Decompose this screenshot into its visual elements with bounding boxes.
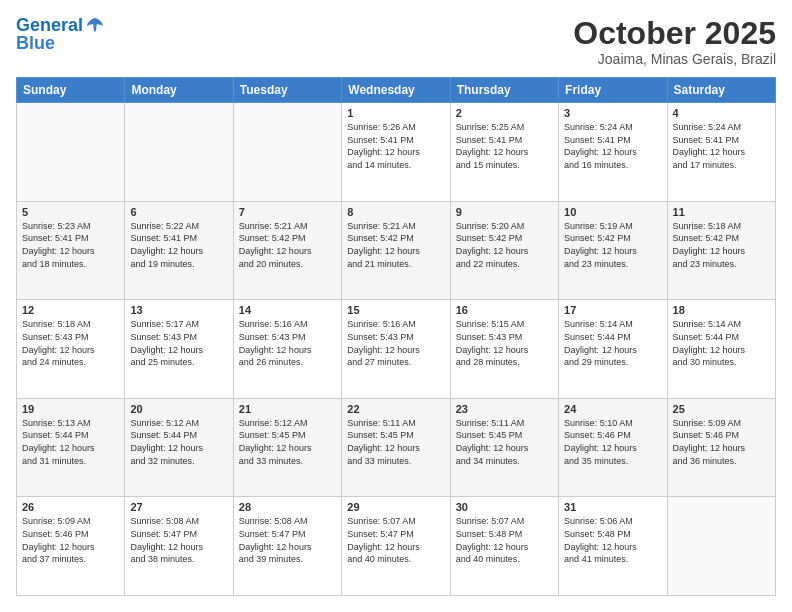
day-number: 8: [347, 206, 444, 218]
calendar-cell: 10Sunrise: 5:19 AM Sunset: 5:42 PM Dayli…: [559, 201, 667, 300]
logo-line2: Blue: [16, 34, 105, 54]
day-number: 24: [564, 403, 661, 415]
calendar-cell: 21Sunrise: 5:12 AM Sunset: 5:45 PM Dayli…: [233, 398, 341, 497]
day-number: 13: [130, 304, 227, 316]
day-number: 12: [22, 304, 119, 316]
day-number: 30: [456, 501, 553, 513]
calendar-cell: 19Sunrise: 5:13 AM Sunset: 5:44 PM Dayli…: [17, 398, 125, 497]
day-info: Sunrise: 5:11 AM Sunset: 5:45 PM Dayligh…: [347, 417, 444, 467]
month-title: October 2025: [573, 16, 776, 51]
day-number: 7: [239, 206, 336, 218]
calendar-cell: 13Sunrise: 5:17 AM Sunset: 5:43 PM Dayli…: [125, 300, 233, 399]
day-header-wednesday: Wednesday: [342, 78, 450, 103]
calendar-cell: 18Sunrise: 5:14 AM Sunset: 5:44 PM Dayli…: [667, 300, 775, 399]
day-info: Sunrise: 5:08 AM Sunset: 5:47 PM Dayligh…: [130, 515, 227, 565]
day-number: 9: [456, 206, 553, 218]
day-info: Sunrise: 5:13 AM Sunset: 5:44 PM Dayligh…: [22, 417, 119, 467]
calendar-cell: 4Sunrise: 5:24 AM Sunset: 5:41 PM Daylig…: [667, 103, 775, 202]
day-number: 6: [130, 206, 227, 218]
day-header-tuesday: Tuesday: [233, 78, 341, 103]
day-info: Sunrise: 5:21 AM Sunset: 5:42 PM Dayligh…: [347, 220, 444, 270]
calendar-cell: 22Sunrise: 5:11 AM Sunset: 5:45 PM Dayli…: [342, 398, 450, 497]
day-header-thursday: Thursday: [450, 78, 558, 103]
day-number: 10: [564, 206, 661, 218]
day-number: 15: [347, 304, 444, 316]
day-info: Sunrise: 5:22 AM Sunset: 5:41 PM Dayligh…: [130, 220, 227, 270]
calendar-week-5: 26Sunrise: 5:09 AM Sunset: 5:46 PM Dayli…: [17, 497, 776, 596]
logo: General Blue: [16, 16, 105, 54]
day-number: 19: [22, 403, 119, 415]
day-number: 1: [347, 107, 444, 119]
calendar-cell: [125, 103, 233, 202]
calendar-cell: 16Sunrise: 5:15 AM Sunset: 5:43 PM Dayli…: [450, 300, 558, 399]
day-number: 5: [22, 206, 119, 218]
day-info: Sunrise: 5:24 AM Sunset: 5:41 PM Dayligh…: [564, 121, 661, 171]
calendar-cell: [17, 103, 125, 202]
day-info: Sunrise: 5:07 AM Sunset: 5:47 PM Dayligh…: [347, 515, 444, 565]
calendar-week-4: 19Sunrise: 5:13 AM Sunset: 5:44 PM Dayli…: [17, 398, 776, 497]
day-header-monday: Monday: [125, 78, 233, 103]
day-info: Sunrise: 5:06 AM Sunset: 5:48 PM Dayligh…: [564, 515, 661, 565]
day-number: 16: [456, 304, 553, 316]
calendar-page: General Blue October 2025 Joaima, Minas …: [0, 0, 792, 612]
day-number: 3: [564, 107, 661, 119]
calendar-cell: 30Sunrise: 5:07 AM Sunset: 5:48 PM Dayli…: [450, 497, 558, 596]
day-number: 14: [239, 304, 336, 316]
day-info: Sunrise: 5:09 AM Sunset: 5:46 PM Dayligh…: [673, 417, 770, 467]
day-info: Sunrise: 5:15 AM Sunset: 5:43 PM Dayligh…: [456, 318, 553, 368]
calendar-cell: [233, 103, 341, 202]
day-number: 11: [673, 206, 770, 218]
day-info: Sunrise: 5:16 AM Sunset: 5:43 PM Dayligh…: [347, 318, 444, 368]
day-number: 4: [673, 107, 770, 119]
calendar-cell: 8Sunrise: 5:21 AM Sunset: 5:42 PM Daylig…: [342, 201, 450, 300]
day-number: 29: [347, 501, 444, 513]
day-header-sunday: Sunday: [17, 78, 125, 103]
day-info: Sunrise: 5:19 AM Sunset: 5:42 PM Dayligh…: [564, 220, 661, 270]
day-number: 31: [564, 501, 661, 513]
calendar-cell: 24Sunrise: 5:10 AM Sunset: 5:46 PM Dayli…: [559, 398, 667, 497]
day-number: 22: [347, 403, 444, 415]
logo-bird-icon: [85, 16, 105, 36]
day-info: Sunrise: 5:18 AM Sunset: 5:42 PM Dayligh…: [673, 220, 770, 270]
calendar-cell: 12Sunrise: 5:18 AM Sunset: 5:43 PM Dayli…: [17, 300, 125, 399]
day-info: Sunrise: 5:20 AM Sunset: 5:42 PM Dayligh…: [456, 220, 553, 270]
day-info: Sunrise: 5:18 AM Sunset: 5:43 PM Dayligh…: [22, 318, 119, 368]
calendar-week-1: 1Sunrise: 5:26 AM Sunset: 5:41 PM Daylig…: [17, 103, 776, 202]
calendar-cell: 28Sunrise: 5:08 AM Sunset: 5:47 PM Dayli…: [233, 497, 341, 596]
title-block: October 2025 Joaima, Minas Gerais, Brazi…: [573, 16, 776, 67]
day-info: Sunrise: 5:08 AM Sunset: 5:47 PM Dayligh…: [239, 515, 336, 565]
day-info: Sunrise: 5:12 AM Sunset: 5:45 PM Dayligh…: [239, 417, 336, 467]
day-number: 25: [673, 403, 770, 415]
day-number: 26: [22, 501, 119, 513]
day-info: Sunrise: 5:11 AM Sunset: 5:45 PM Dayligh…: [456, 417, 553, 467]
calendar-cell: 20Sunrise: 5:12 AM Sunset: 5:44 PM Dayli…: [125, 398, 233, 497]
calendar-cell: 27Sunrise: 5:08 AM Sunset: 5:47 PM Dayli…: [125, 497, 233, 596]
calendar-week-2: 5Sunrise: 5:23 AM Sunset: 5:41 PM Daylig…: [17, 201, 776, 300]
day-info: Sunrise: 5:25 AM Sunset: 5:41 PM Dayligh…: [456, 121, 553, 171]
day-info: Sunrise: 5:16 AM Sunset: 5:43 PM Dayligh…: [239, 318, 336, 368]
day-number: 21: [239, 403, 336, 415]
calendar-cell: [667, 497, 775, 596]
calendar-header-row: SundayMondayTuesdayWednesdayThursdayFrid…: [17, 78, 776, 103]
calendar-cell: 17Sunrise: 5:14 AM Sunset: 5:44 PM Dayli…: [559, 300, 667, 399]
day-header-friday: Friday: [559, 78, 667, 103]
calendar-table: SundayMondayTuesdayWednesdayThursdayFrid…: [16, 77, 776, 596]
day-info: Sunrise: 5:07 AM Sunset: 5:48 PM Dayligh…: [456, 515, 553, 565]
calendar-cell: 2Sunrise: 5:25 AM Sunset: 5:41 PM Daylig…: [450, 103, 558, 202]
calendar-week-3: 12Sunrise: 5:18 AM Sunset: 5:43 PM Dayli…: [17, 300, 776, 399]
day-number: 23: [456, 403, 553, 415]
day-info: Sunrise: 5:09 AM Sunset: 5:46 PM Dayligh…: [22, 515, 119, 565]
day-number: 17: [564, 304, 661, 316]
day-info: Sunrise: 5:17 AM Sunset: 5:43 PM Dayligh…: [130, 318, 227, 368]
day-number: 2: [456, 107, 553, 119]
day-info: Sunrise: 5:26 AM Sunset: 5:41 PM Dayligh…: [347, 121, 444, 171]
calendar-cell: 5Sunrise: 5:23 AM Sunset: 5:41 PM Daylig…: [17, 201, 125, 300]
calendar-cell: 23Sunrise: 5:11 AM Sunset: 5:45 PM Dayli…: [450, 398, 558, 497]
day-info: Sunrise: 5:12 AM Sunset: 5:44 PM Dayligh…: [130, 417, 227, 467]
header: General Blue October 2025 Joaima, Minas …: [16, 16, 776, 67]
calendar-cell: 1Sunrise: 5:26 AM Sunset: 5:41 PM Daylig…: [342, 103, 450, 202]
calendar-cell: 26Sunrise: 5:09 AM Sunset: 5:46 PM Dayli…: [17, 497, 125, 596]
day-info: Sunrise: 5:24 AM Sunset: 5:41 PM Dayligh…: [673, 121, 770, 171]
calendar-cell: 9Sunrise: 5:20 AM Sunset: 5:42 PM Daylig…: [450, 201, 558, 300]
calendar-cell: 3Sunrise: 5:24 AM Sunset: 5:41 PM Daylig…: [559, 103, 667, 202]
